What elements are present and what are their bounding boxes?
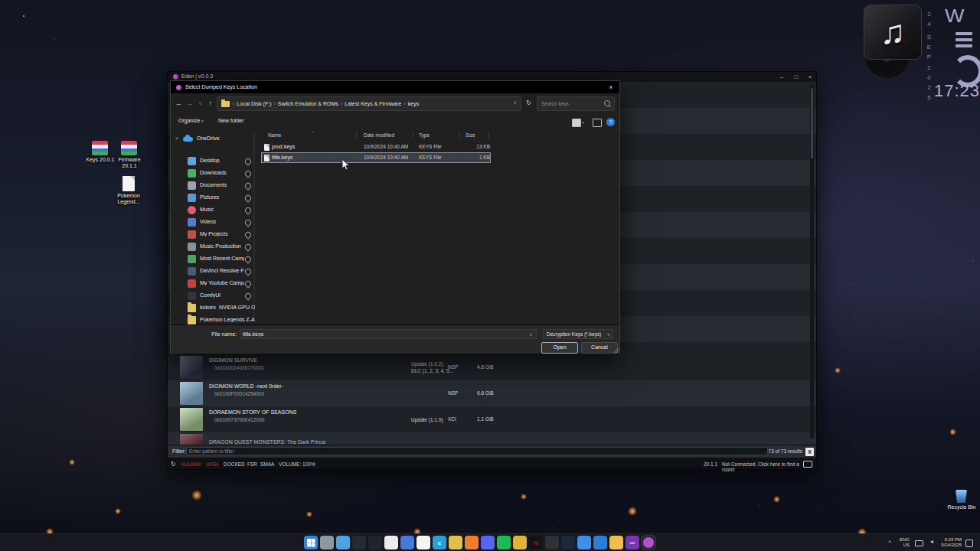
up-button[interactable]: ↑ (205, 97, 215, 109)
status-vulkan[interactable]: VULKAN (181, 461, 201, 467)
start-button[interactable] (304, 536, 318, 549)
filter-close-button[interactable]: X (805, 448, 814, 456)
view-options-icon[interactable] (572, 119, 581, 127)
sidebar-item-comfyui[interactable]: ComfyUI (171, 290, 256, 302)
sidebar-item-my-projects[interactable]: My Projects (171, 229, 256, 240)
game-row-digimon-world[interactable]: DIGIMON WORLD -next 0rder- 0x0100F000142… (168, 380, 816, 406)
sidebar-item-pictures[interactable]: Pictures (171, 192, 256, 204)
edge-icon[interactable]: e (433, 536, 446, 549)
steam-icon[interactable] (561, 536, 575, 549)
scrollbar-thumb[interactable] (811, 88, 813, 158)
dialog-titlebar[interactable]: Select Dumped Keys Location × (171, 81, 619, 93)
sidebar-item-davinci-resolve[interactable]: DaVinci Resolve Files (171, 266, 256, 277)
photos-icon[interactable] (400, 536, 414, 549)
davinci-resolve-icon[interactable] (352, 536, 366, 549)
status-network-message[interactable]: Not Connected. Click here to find a room… (722, 461, 809, 472)
status-volume[interactable]: VOLUME: 100% (279, 461, 315, 467)
status-high[interactable]: HIGH (206, 461, 218, 467)
sidebar-item-desktop[interactable]: Desktop (171, 155, 256, 167)
status-docked[interactable]: DOCKED (224, 461, 245, 467)
desktop-icon-keys[interactable] (92, 141, 108, 155)
game-row-digimon-survive[interactable]: DIGIMON SURVIVE 0x0100024008770000 Updat… (168, 354, 816, 380)
column-header-date[interactable]: Date modified (364, 132, 394, 138)
file-explorer-icon[interactable] (609, 536, 623, 549)
chevron-expand-icon[interactable]: > (175, 135, 178, 141)
clock-tray[interactable]: 5:23 PM9/24/2025 (941, 537, 962, 548)
sidebar-item-music[interactable]: Music (171, 204, 256, 216)
room-icon[interactable] (803, 461, 812, 468)
sidebar-item-onedrive[interactable]: > OneDrive (171, 133, 256, 145)
desktop-icon-pokemon-file[interactable] (122, 176, 135, 191)
column-header-name[interactable]: Name (268, 132, 281, 138)
sidebar-item-downloads[interactable]: Downloads (171, 168, 256, 179)
search-box[interactable] (537, 96, 615, 111)
eden-minimize-button[interactable]: – (776, 72, 788, 82)
cancel-button[interactable]: Cancel (581, 342, 618, 354)
address-dropdown-caret[interactable]: ∨ (514, 99, 517, 105)
file-row-prod-keys[interactable]: prod.keys 10/9/2024 10:40 AM KEYS File 1… (261, 142, 491, 152)
capcut-icon[interactable] (416, 536, 430, 549)
recycle-bin-icon[interactable] (956, 490, 967, 503)
search-input[interactable] (540, 98, 604, 109)
preview-pane-icon[interactable] (593, 119, 602, 127)
task-view-icon[interactable] (320, 536, 334, 549)
resize-grip[interactable] (613, 347, 619, 353)
file-row-title-keys[interactable]: title.keys 10/9/2024 10:40 AM KEYS File … (261, 152, 491, 163)
sidebar-item-music-production[interactable]: Music Production (171, 241, 256, 253)
back-button[interactable]: ← (174, 97, 184, 109)
breadcrumb-switch-emulator[interactable]: Switch Emulator & ROMs (278, 101, 338, 106)
music-app-shortcut[interactable]: ♫ (864, 5, 922, 60)
organize-button[interactable]: Organize ▾ (178, 118, 204, 123)
game-row-dragon-quest[interactable]: DRAGON QUEST MONSTERS: The Dark Prince (168, 432, 816, 445)
column-header-type[interactable]: Type (419, 132, 430, 138)
clock-app-icon[interactable] (368, 536, 382, 549)
forward-button[interactable]: → (185, 97, 194, 109)
filter-input[interactable] (186, 447, 768, 455)
spotify-icon[interactable] (497, 536, 511, 549)
netflix-icon[interactable]: N (529, 536, 543, 549)
sidebar-item-kokoro-folder[interactable]: kokoro_NVIDIA GPU ONLY (171, 302, 256, 314)
file-name-input[interactable] (240, 329, 537, 339)
mail-icon[interactable] (593, 536, 607, 549)
sidebar-item-videos[interactable]: Videos (171, 217, 256, 228)
status-fsr[interactable]: FSR (247, 461, 257, 467)
eden-taskbar-icon[interactable] (642, 536, 655, 549)
widgets-icon[interactable] (336, 536, 350, 549)
dialog-close-button[interactable]: × (606, 83, 616, 92)
breadcrumb-local-disk[interactable]: Local Disk (F:) (237, 101, 271, 106)
epic-games-icon[interactable] (545, 536, 559, 549)
hidden-icons-chevron[interactable]: ^ (888, 539, 891, 546)
column-header-size[interactable]: Size (466, 132, 475, 138)
desktop-icon-firmware[interactable] (121, 141, 137, 155)
open-button[interactable]: Open (541, 342, 578, 354)
file-name-caret[interactable]: ∨ (529, 331, 532, 337)
game-row-doraemon[interactable]: DORAEMON STORY OF SEASONS 0x010073700E41… (168, 406, 816, 432)
brave-icon[interactable] (384, 536, 398, 549)
view-options-caret[interactable]: ▾ (582, 120, 584, 125)
file-type-dropdown[interactable]: Decryption Keys (*.keys)∨ (543, 329, 613, 339)
sidebar-item-youtube-campaign[interactable]: My Youtube Campaign (171, 278, 256, 289)
notification-center-icon[interactable] (965, 540, 973, 547)
breadcrumb-keys[interactable]: keys (408, 101, 419, 106)
eden-close-button[interactable]: × (804, 72, 816, 82)
help-icon[interactable]: ? (606, 118, 615, 126)
volume-icon[interactable] (928, 540, 933, 543)
chrome-icon[interactable] (449, 536, 462, 549)
refresh-icon[interactable]: ↻ (171, 461, 176, 468)
firefox-icon[interactable] (465, 536, 479, 549)
network-icon[interactable] (915, 540, 923, 546)
eden-maximize-button[interactable]: □ (790, 72, 802, 82)
game-list-scrollbar[interactable] (810, 85, 814, 439)
bluesky-icon[interactable] (577, 536, 591, 549)
brush-app-icon[interactable] (513, 536, 527, 549)
refresh-button[interactable]: ↻ (524, 97, 534, 109)
breadcrumb-latest-keys[interactable]: Latest Keys & Firmware (345, 101, 401, 106)
language-indicator[interactable]: ENGUS (900, 537, 910, 548)
sidebar-item-campaign-files[interactable]: Most Recent Campaign Fil (171, 253, 256, 265)
new-folder-button[interactable]: New folder (218, 118, 243, 123)
status-smaa[interactable]: SMAA (260, 461, 274, 467)
media-app-icon[interactable]: oo (626, 536, 639, 549)
address-bar[interactable]: › Local Disk (F:) › Switch Emulator & RO… (217, 96, 521, 111)
sidebar-item-documents[interactable]: Documents (171, 180, 256, 191)
recent-locations-button[interactable]: ∨ (195, 97, 205, 109)
